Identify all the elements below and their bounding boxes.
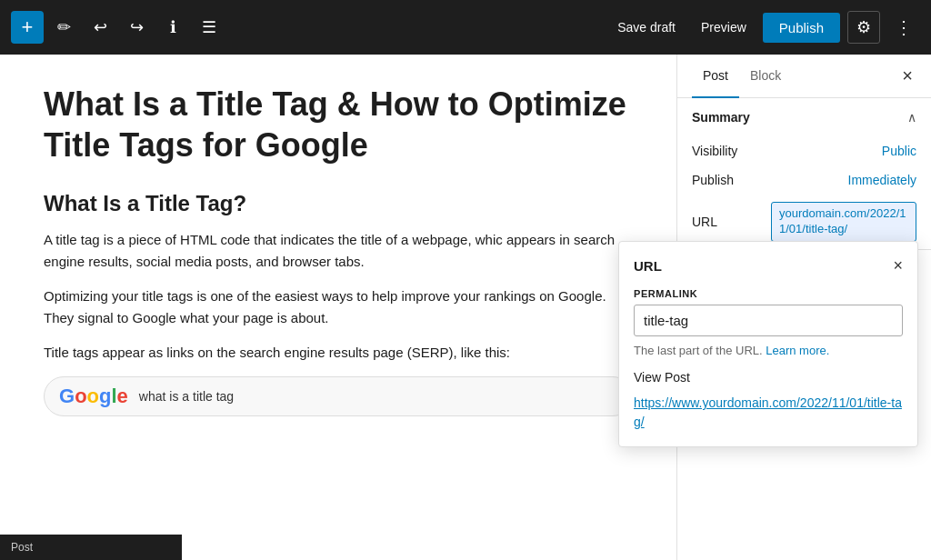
list-view-button[interactable]: ☰: [193, 11, 225, 44]
post-paragraph3: Title tags appear as links on the search…: [44, 342, 633, 364]
settings-icon: ⚙: [856, 17, 871, 37]
redo-icon: ↪: [130, 17, 144, 37]
tab-block[interactable]: Block: [739, 55, 792, 98]
visibility-label: Visibility: [692, 144, 737, 158]
toolbar-right: Save draft Preview Publish ⚙ ⋮: [608, 11, 920, 44]
permalink-input[interactable]: [634, 305, 903, 336]
summary-section-header[interactable]: Summary: [677, 98, 931, 136]
visibility-value[interactable]: Public: [882, 144, 916, 158]
tab-post[interactable]: Post: [692, 55, 739, 98]
summary-title: Summary: [692, 110, 750, 125]
sidebar-close-button[interactable]: ×: [898, 62, 916, 90]
post-paragraph2: Optimizing your title tags is one of the…: [44, 285, 633, 329]
chevron-up-icon: [907, 109, 916, 125]
more-icon: ⋮: [895, 16, 913, 38]
status-bar: Post: [0, 535, 182, 560]
url-popover-close-button[interactable]: ×: [893, 256, 903, 275]
learn-more-link[interactable]: Learn more.: [766, 344, 829, 357]
url-value[interactable]: yourdomain.com/2022/11/01/title-tag/: [771, 202, 916, 242]
publish-value[interactable]: Immediately: [848, 173, 916, 187]
url-popover-title: URL: [634, 258, 662, 274]
url-popover: URL × PERMALINK The last part of the URL…: [618, 241, 918, 447]
url-label: URL: [692, 215, 717, 229]
toolbar: + ✏ ↩ ↪ ℹ ☰ Save draft Preview Publish ⚙…: [0, 0, 931, 55]
full-url-anchor[interactable]: https://www.yourdomain.com/2022/11/01/ti…: [634, 395, 902, 429]
publish-row: Publish Immediately: [677, 165, 931, 195]
full-url-link[interactable]: https://www.yourdomain.com/2022/11/01/ti…: [634, 394, 903, 432]
preview-button[interactable]: Preview: [692, 15, 756, 40]
google-logo: Google: [59, 385, 128, 408]
publish-button[interactable]: Publish: [763, 13, 840, 43]
add-block-button[interactable]: +: [11, 11, 44, 44]
search-bar-preview: Google what is a title tag: [44, 376, 633, 416]
permalink-hint: The last part of the URL. Learn more.: [634, 344, 903, 357]
status-bar-text: Post: [11, 541, 33, 554]
permalink-label: PERMALINK: [634, 288, 903, 299]
undo-icon: ↩: [94, 17, 107, 37]
content-area: What Is a Title Tag & How to Optimize Ti…: [0, 55, 676, 560]
search-text: what is a title tag: [139, 389, 617, 404]
undo-button[interactable]: ↩: [84, 11, 116, 44]
more-options-button[interactable]: ⋮: [887, 11, 920, 44]
pen-icon-button[interactable]: ✏: [47, 11, 80, 44]
publish-label: Publish: [692, 173, 734, 187]
info-button[interactable]: ℹ: [156, 11, 189, 44]
post-paragraph1: A title tag is a piece of HTML code that…: [44, 229, 633, 273]
post-heading1[interactable]: What Is a Title Tag?: [44, 191, 633, 216]
list-icon: ☰: [202, 17, 216, 37]
url-popover-header: URL ×: [634, 256, 903, 275]
settings-button[interactable]: ⚙: [847, 11, 880, 44]
info-icon: ℹ: [170, 17, 176, 37]
redo-button[interactable]: ↪: [120, 11, 153, 44]
view-post-label: View Post: [634, 370, 903, 385]
post-title[interactable]: What Is a Title Tag & How to Optimize Ti…: [44, 84, 633, 165]
summary-section: Summary Visibility Public Publish Immedi…: [677, 98, 931, 250]
visibility-row: Visibility Public: [677, 136, 931, 165]
sidebar-tabs: Post Block ×: [677, 55, 931, 98]
pen-icon: ✏: [57, 17, 71, 37]
save-draft-button[interactable]: Save draft: [608, 15, 685, 40]
